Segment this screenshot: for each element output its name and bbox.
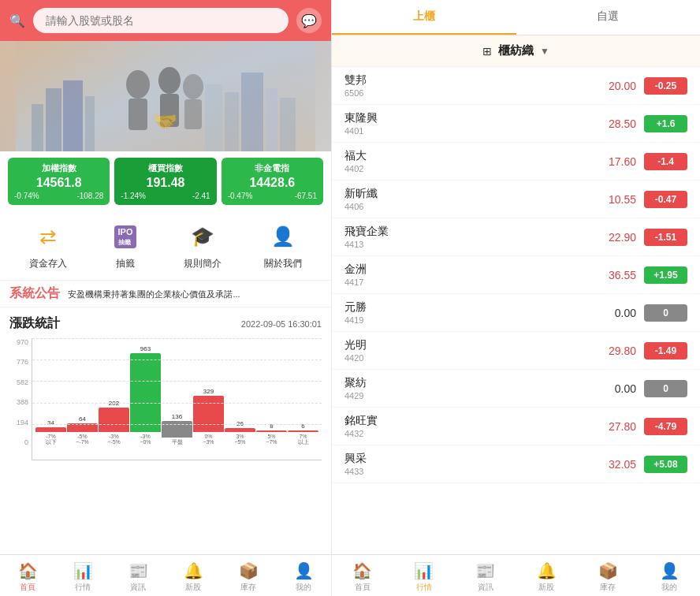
bar-group-4: 136 平盤 [162,338,192,445]
svg-rect-4 [85,96,95,151]
search-icon: 🔍 [9,13,25,28]
deposit-icon: ⇄ [32,221,64,252]
stock-row-7[interactable]: 光明 4420 29.80 -1.49 [332,332,700,370]
bar-group-8: 6 7%以上 [288,338,318,445]
chat-icon[interactable]: 💬 [296,8,322,33]
nav-portfolio-right[interactable]: 📦 庫存 [588,561,627,593]
bar-label-8: 7%以上 [298,434,309,445]
stock-code-7: 4420 [344,353,581,363]
tab-otc[interactable]: 上櫃 [332,0,516,35]
nav-portfolio-left[interactable]: 📦 庫存 [229,561,268,593]
svg-rect-11 [128,99,147,130]
stock-price-3: 10.55 [581,193,636,206]
stock-name-10: 興采 [344,452,581,466]
nav-profile-left[interactable]: 👤 我的 [284,561,323,593]
category-bar[interactable]: ⊞ 櫃紡織 ▼ [332,35,700,67]
quick-action-about[interactable]: 👤 關於我們 [264,221,302,270]
ipo-nav-icon-left: 🔔 [184,561,203,580]
nav-profile-label-left: 我的 [296,582,311,593]
stock-info-6: 元勝 4419 [344,300,581,325]
stock-row-10[interactable]: 興采 4433 32.05 +5.08 [332,445,700,483]
nav-ipo-label-left: 新股 [185,582,201,593]
stock-info-0: 雙邦 6506 [344,73,581,98]
svg-point-12 [158,67,181,94]
banner-svg: 🤝 [16,41,315,151]
stock-info-4: 飛寶企業 4413 [344,225,581,249]
stock-row-4[interactable]: 飛寶企業 4413 22.90 -1.51 [332,218,700,256]
bar-label-7: 5%~7% [266,434,277,445]
chart-date: 2022-09-05 16:30:01 [241,319,322,329]
y-label-4: 194 [17,419,28,427]
profile-icon-right: 👤 [660,561,680,580]
bar-label-0: -7%以下 [46,434,57,445]
quick-action-ipo[interactable]: IPO抽籤 抽籤 [110,221,141,270]
stock-row-5[interactable]: 金洲 4417 36.55 +1.95 [332,256,700,294]
stock-change-9: -4.79 [644,418,687,435]
stock-row-3[interactable]: 新昕纖 4406 10.55 -0.47 [332,181,700,218]
svg-rect-7 [241,73,263,151]
news-icon-left: 📰 [128,561,148,580]
stock-price-7: 29.80 [581,345,636,357]
quick-action-rules[interactable]: 🎓 規則簡介 [184,221,222,270]
nav-profile-right[interactable]: 👤 我的 [650,561,689,593]
svg-rect-1 [32,104,43,151]
nav-market-right[interactable]: 📊 行情 [404,561,444,593]
stock-list: 雙邦 6506 20.00 -0.25 東隆興 4401 28.50 +1.6 … [332,67,700,554]
nav-news-left[interactable]: 📰 資訊 [118,561,158,593]
index-changes-1: -1.24% -2.41 [121,192,210,200]
stock-name-5: 金洲 [344,263,581,277]
svg-rect-6 [225,92,239,151]
stock-code-4: 4413 [344,240,581,249]
chart-section: 漲跌統計 2022-09-05 16:30:01 970 776 582 388… [0,307,331,554]
bar-value-3: 963 [140,345,151,352]
svg-rect-2 [46,88,61,151]
quick-action-deposit[interactable]: ⇄ 資金存入 [29,221,67,270]
y-label-1: 776 [17,358,28,366]
right-bottom-nav: 🏠 首頁 📊 行情 📰 資訊 🔔 新股 📦 庫存 👤 我的 [332,554,700,596]
rules-icon: 🎓 [187,221,218,252]
bar-group-7: 8 5%~7% [256,338,287,445]
stock-price-10: 32.05 [581,458,636,471]
stock-name-8: 聚紡 [344,376,581,390]
stock-code-10: 4433 [344,467,581,476]
stock-row-6[interactable]: 元勝 4419 0.00 0 [332,294,700,332]
nav-home-left[interactable]: 🏠 首頁 [8,561,47,593]
stock-row-1[interactable]: 東隆興 4401 28.50 +1.6 [332,105,700,143]
stock-row-9[interactable]: 銘旺實 4432 27.80 -4.79 [332,408,700,445]
svg-rect-9 [280,98,296,151]
bar-value-4: 136 [172,413,182,420]
tab-watchlist[interactable]: 自選 [516,0,701,35]
nav-home-right[interactable]: 🏠 首頁 [343,561,382,593]
ipo-icon: IPO抽籤 [110,221,141,252]
bar-value-1: 64 [79,415,86,423]
bar-group-3: 963 -3%~0% [130,338,161,445]
stock-row-0[interactable]: 雙邦 6506 20.00 -0.25 [332,67,700,105]
stock-row-2[interactable]: 福大 4402 17.60 -1.4 [332,143,700,181]
stock-info-2: 福大 4402 [344,149,581,173]
bar-7 [256,430,287,432]
nav-ipo-left[interactable]: 🔔 新股 [173,561,213,593]
nav-news-right[interactable]: 📰 資訊 [466,561,505,593]
stock-row-8[interactable]: 聚紡 4429 0.00 0 [332,370,700,408]
index-change1-1: -1.24% [121,192,146,200]
nav-market-label-left: 行情 [75,582,91,593]
nav-market-left[interactable]: 📊 行情 [63,561,102,593]
nav-ipo-right[interactable]: 🔔 新股 [527,561,566,593]
stock-price-4: 22.90 [581,231,636,244]
bar-group-1: 64 -5%~-7% [67,338,98,445]
profile-icon-left: 👤 [294,561,314,580]
bar-label-4: 平盤 [172,439,183,445]
stock-price-5: 36.55 [581,269,636,281]
bar-5 [193,396,224,432]
bar-group-2: 202 -3%~-5% [99,338,129,445]
stock-info-1: 東隆興 4401 [344,111,581,136]
banner: 🤝 [0,41,331,151]
stock-change-0: -0.25 [644,77,687,95]
svg-rect-5 [205,84,222,151]
bar-value-5: 329 [203,388,214,395]
stock-change-5: +1.95 [644,266,687,284]
stock-code-6: 4419 [344,315,581,325]
stock-info-3: 新昕纖 4406 [344,187,581,211]
stock-info-9: 銘旺實 4432 [344,414,581,438]
search-input[interactable] [33,8,289,33]
